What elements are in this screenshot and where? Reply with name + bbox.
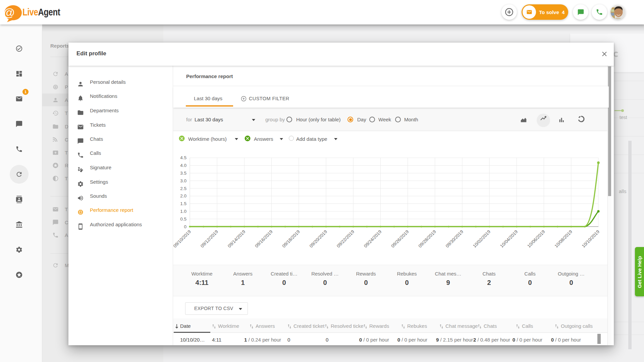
svg-text:09/28/2019: 09/28/2019 bbox=[418, 229, 437, 249]
svg-text:10/02/2019: 10/02/2019 bbox=[472, 229, 491, 249]
svg-text:09/18/2019: 09/18/2019 bbox=[281, 229, 301, 249]
svg-text:09/26/2019: 09/26/2019 bbox=[390, 229, 410, 249]
svg-text:09/14/2019: 09/14/2019 bbox=[227, 229, 246, 249]
svg-text:09/12/2019: 09/12/2019 bbox=[200, 229, 219, 249]
svg-text:09/16/2019: 09/16/2019 bbox=[254, 229, 273, 249]
svg-text:3.5: 3.5 bbox=[180, 171, 186, 176]
svg-text:09/20/2019: 09/20/2019 bbox=[309, 229, 328, 249]
svg-text:10/08/2019: 10/08/2019 bbox=[554, 229, 573, 249]
svg-text:10/04/2019: 10/04/2019 bbox=[499, 229, 519, 249]
svg-text:@: @ bbox=[3, 6, 15, 19]
svg-text:09/22/2019: 09/22/2019 bbox=[336, 229, 355, 249]
svg-text:09/30/2019: 09/30/2019 bbox=[445, 229, 464, 249]
svg-text:4.5: 4.5 bbox=[180, 155, 186, 160]
svg-text:10/10/2019: 10/10/2019 bbox=[581, 229, 600, 249]
svg-text:10/06/2019: 10/06/2019 bbox=[526, 229, 546, 249]
svg-text:2.5: 2.5 bbox=[180, 186, 186, 191]
svg-text:1.5: 1.5 bbox=[180, 201, 186, 206]
svg-text:09/24/2019: 09/24/2019 bbox=[363, 229, 382, 249]
svg-text:1.0: 1.0 bbox=[180, 209, 186, 214]
svg-text:3.0: 3.0 bbox=[180, 178, 186, 183]
svg-text:4.0: 4.0 bbox=[180, 163, 186, 168]
svg-text:2.0: 2.0 bbox=[180, 193, 186, 198]
svg-text:0.5: 0.5 bbox=[180, 217, 186, 222]
svg-text:0: 0 bbox=[184, 224, 186, 229]
svg-text:09/10/2019: 09/10/2019 bbox=[173, 229, 192, 249]
